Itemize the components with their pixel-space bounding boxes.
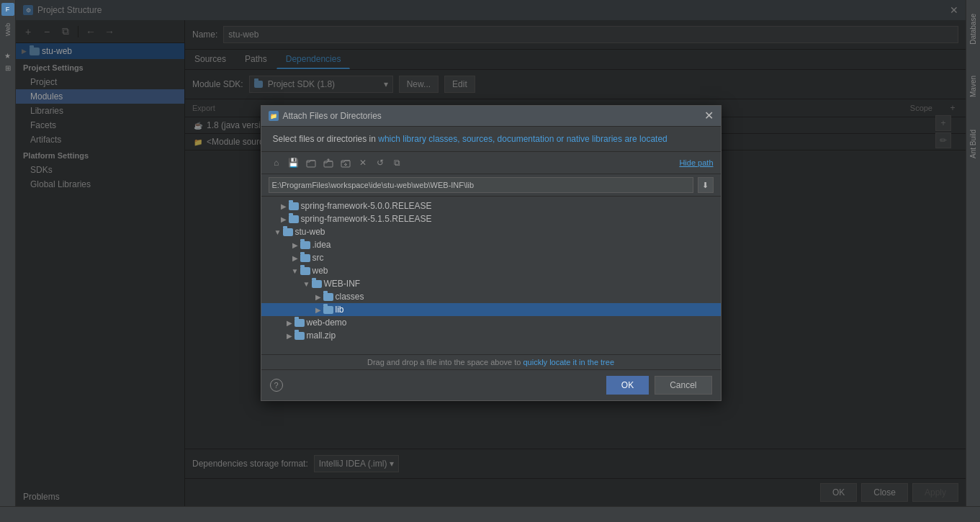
modal-home-button[interactable]: ⌂	[269, 155, 284, 171]
tree-label-web: web	[313, 266, 328, 276]
modal-description: Select files or directories in which lib…	[261, 127, 721, 152]
tree-arrow-webinf: ▼	[302, 280, 312, 288]
project-structure-window: ⚙ Project Structure ✕ + − ⧉ ← →	[16, 0, 966, 506]
web-icon[interactable]: Web	[4, 23, 12, 36]
modal-title: 📁 Attach Files or Directories	[269, 111, 382, 121]
tree-label-src: src	[313, 253, 324, 263]
maven-tab-label: Maven	[969, 76, 977, 97]
modal-buttons: OK Cancel	[606, 376, 712, 395]
hide-path-link[interactable]: Hide path	[679, 158, 713, 167]
tree-item-webdemo[interactable]: ▶ web-demo	[261, 316, 721, 329]
tree-label-stuweb: stu-web	[295, 227, 325, 237]
modal-hint: Drag and drop a file into the space abov…	[261, 355, 721, 370]
modal-close-button[interactable]: ✕	[704, 110, 714, 122]
tree-label-idea: .idea	[313, 240, 331, 250]
ant-build-panel-tab[interactable]: Ant Build	[966, 115, 980, 173]
tree-arrow-mallzip: ▶	[284, 332, 295, 340]
modal-up-folder-button[interactable]	[320, 155, 336, 171]
attach-files-modal: 📁 Attach Files or Directories ✕ Select f…	[261, 105, 721, 401]
folder-idea	[300, 241, 310, 249]
structure-icon[interactable]: ⊞	[5, 64, 11, 72]
modal-save-button[interactable]: 💾	[286, 155, 302, 171]
file-icon[interactable]: F	[1, 3, 14, 16]
svg-rect-0	[307, 161, 315, 167]
tree-label-mallzip: mall.zip	[307, 330, 336, 341]
tree-item-lib[interactable]: ▶ lib	[261, 303, 721, 316]
right-vertical-panels: Database Maven Ant Build	[966, 0, 980, 506]
tree-label-webdemo: web-demo	[307, 318, 347, 328]
modal-hint-highlight: quickly locate it in the tree	[523, 358, 614, 366]
tree-arrow-classes: ▶	[313, 293, 323, 301]
modal-toolbar: ⌂ 💾 ✕ ↺ ⧉ Hide p	[261, 152, 721, 174]
tree-item-classes[interactable]: ▶ classes	[261, 290, 721, 303]
tree-item-mallzip[interactable]: ▶ mall.zip	[261, 329, 721, 342]
modal-title-bar: 📁 Attach Files or Directories ✕	[261, 106, 721, 127]
modal-download-button[interactable]: ⬇	[698, 177, 714, 193]
tree-arrow-spring515: ▶	[279, 215, 289, 223]
tree-arrow-web: ▼	[290, 267, 300, 275]
database-panel-tab[interactable]: Database	[966, 0, 980, 58]
tree-arrow-spring500: ▶	[279, 202, 289, 210]
tree-item-web[interactable]: ▼ web	[261, 264, 721, 277]
folder-web	[300, 267, 310, 275]
folder-spring500	[289, 202, 299, 210]
ant-tab-label: Ant Build	[969, 130, 977, 158]
tree-arrow-webdemo: ▶	[284, 319, 295, 327]
folder-mallzip	[295, 332, 305, 340]
modal-desc-highlight: which library classes, sources, document…	[378, 134, 667, 144]
folder-webdemo	[295, 319, 305, 327]
tree-label-spring515: spring-framework-5.1.5.RELEASE	[301, 214, 432, 224]
modal-path-row: ⬇	[261, 174, 721, 197]
modal-footer: ? OK Cancel	[261, 370, 721, 400]
svg-rect-1	[324, 161, 333, 167]
tree-label-webinf: WEB-INF	[324, 279, 361, 289]
modal-copy-path-button[interactable]: ⧉	[390, 155, 405, 171]
modal-cancel-button[interactable]: Cancel	[655, 376, 711, 395]
folder-webinf	[312, 280, 322, 288]
tree-label-lib: lib	[336, 305, 344, 315]
database-tab-label: Database	[969, 14, 977, 45]
tree-item-src[interactable]: ▶ src	[261, 251, 721, 264]
modal-ok-button[interactable]: OK	[606, 376, 649, 395]
folder-classes	[323, 293, 333, 301]
modal-title-icon: 📁	[269, 111, 279, 121]
tree-item-webinf[interactable]: ▼ WEB-INF	[261, 277, 721, 290]
tree-arrow-idea: ▶	[290, 241, 300, 249]
favorites-icon[interactable]: ★	[4, 52, 11, 60]
tree-item-stuweb[interactable]: ▼ stu-web	[261, 225, 721, 238]
tree-arrow-stuweb: ▼	[273, 228, 283, 236]
tree-arrow-lib: ▶	[313, 306, 323, 314]
tree-item-idea[interactable]: ▶ .idea	[261, 238, 721, 251]
modal-overlay: 📁 Attach Files or Directories ✕ Select f…	[16, 0, 966, 506]
modal-refresh-button[interactable]: ↺	[372, 155, 388, 171]
folder-spring515	[289, 215, 299, 223]
tree-item-spring515[interactable]: ▶ spring-framework-5.1.5.RELEASE	[261, 212, 721, 225]
folder-src	[300, 254, 310, 262]
modal-attach-button[interactable]	[338, 155, 354, 171]
tree-label-spring500: spring-framework-5.0.0.RELEASE	[301, 201, 432, 211]
tree-arrow-src: ▶	[290, 254, 300, 262]
tree-item-spring500[interactable]: ▶ spring-framework-5.0.0.RELEASE	[261, 199, 721, 212]
modal-title-text: Attach Files or Directories	[283, 111, 382, 121]
modal-delete-button[interactable]: ✕	[355, 155, 371, 171]
maven-panel-tab[interactable]: Maven	[966, 58, 980, 115]
modal-path-input[interactable]	[269, 177, 693, 193]
modal-help-button[interactable]: ?	[270, 379, 283, 392]
ide-window: F Web ★ ⊞ ⚙ Project Structure ✕ + −	[0, 0, 980, 522]
tree-label-classes: classes	[336, 292, 364, 302]
status-bar	[0, 506, 980, 522]
left-icon-strip: F Web ★ ⊞	[0, 0, 16, 506]
modal-tree: ▶ spring-framework-5.0.0.RELEASE ▶ sprin…	[261, 197, 721, 355]
folder-stuweb	[283, 228, 293, 236]
folder-lib	[323, 306, 333, 314]
main-layout: F Web ★ ⊞ ⚙ Project Structure ✕ + −	[0, 0, 980, 506]
modal-new-folder-button[interactable]	[303, 155, 319, 171]
